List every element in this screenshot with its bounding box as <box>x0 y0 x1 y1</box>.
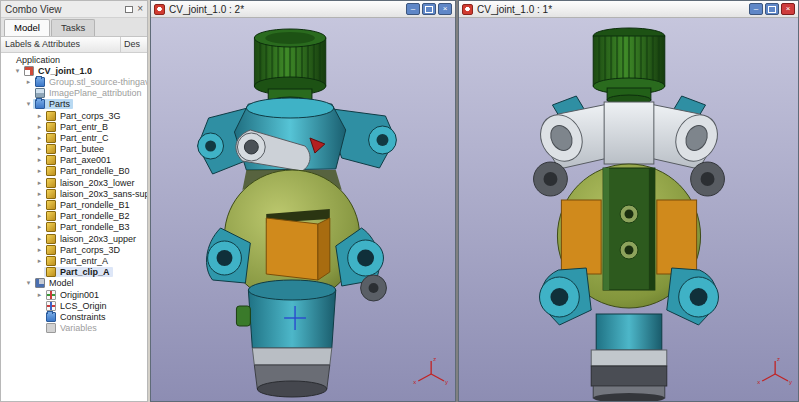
viewport-1-body: z x y <box>459 18 798 401</box>
combo-view-tabs: Model Tasks <box>1 18 147 37</box>
tree-item-Model[interactable]: ▾Model <box>1 278 147 289</box>
part-icon <box>46 133 56 143</box>
tree-item-label: Part_rondelle_B1 <box>59 200 131 210</box>
tree-item-label: Group.stl_source-thingaverse <box>48 77 147 87</box>
tree-item-Part_rondelle_B3[interactable]: ▸Part_rondelle_B3 <box>1 222 147 233</box>
tree-item-Origin001[interactable]: ▸Origin001 <box>1 289 147 300</box>
freecad-main-window: Combo View × Model Tasks Labels & Attrib… <box>0 0 799 402</box>
tree-item-Application[interactable]: Application <box>1 54 147 65</box>
part-icon <box>46 245 56 255</box>
folder-icon <box>35 99 45 109</box>
chevron-right-icon[interactable]: ▸ <box>35 167 44 175</box>
chevron-right-icon[interactable]: ▸ <box>35 112 44 120</box>
maximize-button[interactable] <box>422 3 436 15</box>
tree-item-Part_rondelle_B2[interactable]: ▸Part_rondelle_B2 <box>1 211 147 222</box>
part-icon <box>46 122 56 132</box>
viewport-1-titlebar[interactable]: CV_joint_1.0 : 1* – × <box>459 1 798 18</box>
minimize-button[interactable]: – <box>749 3 763 15</box>
lcs-icon <box>46 301 56 311</box>
tree-item-laison_20x3_upper[interactable]: ▸laison_20x3_upper <box>1 233 147 244</box>
tree-item-laison_20x3_sans-support[interactable]: ▸laison_20x3_sans-support <box>1 188 147 199</box>
chevron-right-icon[interactable]: ▸ <box>35 257 44 265</box>
window-buttons: – × <box>406 3 452 15</box>
mdi-area: CV_joint_1.0 : 2* – × <box>150 0 799 402</box>
tree-item-Part_rondelle_B0[interactable]: ▸Part_rondelle_B0 <box>1 166 147 177</box>
chevron-right-icon[interactable]: ▸ <box>35 246 44 254</box>
viewport-2-titlebar[interactable]: CV_joint_1.0 : 2* – × <box>151 1 455 18</box>
folder-icon <box>46 312 56 322</box>
tree-item-laison_20x3_lower[interactable]: ▸laison_20x3_lower <box>1 177 147 188</box>
tree-item-Part_clip_A[interactable]: Part_clip_A <box>1 267 147 278</box>
freecad-doc-icon <box>154 4 165 15</box>
viewport-2-title: CV_joint_1.0 : 2* <box>169 4 402 15</box>
svg-text:z: z <box>433 356 436 362</box>
minimize-button[interactable]: – <box>406 3 420 15</box>
column-labels-attributes: Labels & Attributes <box>1 37 121 52</box>
maximize-button[interactable] <box>765 3 779 15</box>
part-icon <box>46 256 56 266</box>
iso-model <box>198 29 397 397</box>
doc-icon <box>24 66 34 76</box>
part-icon <box>46 111 56 121</box>
chevron-right-icon[interactable]: ▸ <box>35 190 44 198</box>
tree-item-Part_entr_B[interactable]: ▸Part_entr_B <box>1 121 147 132</box>
undock-icon[interactable] <box>125 6 133 13</box>
chevron-right-icon[interactable]: ▸ <box>35 156 44 164</box>
tree-item-Group.stl_source-thingaverse[interactable]: ▸Group.stl_source-thingaverse <box>1 76 147 87</box>
chevron-right-icon[interactable]: ▸ <box>35 201 44 209</box>
3d-viewport-canvas-iso[interactable]: z x y <box>151 18 455 401</box>
tree-item-label: CV_joint_1.0 <box>37 66 93 76</box>
part-icon <box>46 211 56 221</box>
part-icon <box>46 200 56 210</box>
tree-item-Variables[interactable]: Variables <box>1 323 147 334</box>
close-icon[interactable]: × <box>137 4 143 14</box>
chevron-down-icon[interactable]: ▾ <box>24 279 33 287</box>
chevron-right-icon[interactable]: ▸ <box>35 212 44 220</box>
tree-item-Part_corps_3G[interactable]: ▸Part_corps_3G <box>1 110 147 121</box>
tree-item-label: Variables <box>59 323 98 333</box>
chevron-right-icon[interactable]: ▸ <box>35 235 44 243</box>
tree-item-Part_axe001[interactable]: ▸Part_axe001 <box>1 155 147 166</box>
3d-viewport-canvas-front[interactable]: z x y <box>459 18 798 401</box>
chevron-down-icon[interactable]: ▾ <box>24 100 33 108</box>
tree-item-label: laison_20x3_upper <box>59 234 137 244</box>
chevron-right-icon[interactable]: ▸ <box>35 123 44 131</box>
tree-item-label: laison_20x3_lower <box>59 178 136 188</box>
window-buttons: – × <box>749 3 795 15</box>
tree-item-label: Part_butee <box>59 144 105 154</box>
viewport-1-title: CV_joint_1.0 : 1* <box>477 4 745 15</box>
tree-item-label: Application <box>15 55 61 65</box>
panel-title: Combo View <box>5 4 62 15</box>
tree-item-Part_butee[interactable]: ▸Part_butee <box>1 144 147 155</box>
tree-item-Part_rondelle_B1[interactable]: ▸Part_rondelle_B1 <box>1 199 147 210</box>
tree-item-CV_joint_1.0[interactable]: ▾CV_joint_1.0 <box>1 65 147 76</box>
tree-item-Parts[interactable]: ▾Parts <box>1 99 147 110</box>
tree-item-LCS_Origin[interactable]: LCS_Origin <box>1 300 147 311</box>
front-model <box>533 28 726 401</box>
chevron-right-icon[interactable]: ▸ <box>35 134 44 142</box>
tree-item-Part_entr_A[interactable]: ▸Part_entr_A <box>1 255 147 266</box>
tree-item-Part_corps_3D[interactable]: ▸Part_corps_3D <box>1 244 147 255</box>
chevron-right-icon[interactable]: ▸ <box>35 223 44 231</box>
tab-model[interactable]: Model <box>4 19 50 36</box>
close-button[interactable]: × <box>781 3 795 15</box>
chevron-right-icon[interactable]: ▸ <box>35 145 44 153</box>
tree-item-label: ImagePlane_attribution <box>48 88 143 98</box>
chevron-right-icon[interactable]: ▸ <box>35 291 44 299</box>
axis-triad-icon: z x y <box>413 356 448 385</box>
part-icon <box>46 234 56 244</box>
tree-item-Part_entr_C[interactable]: ▸Part_entr_C <box>1 132 147 143</box>
tree-item-label: Origin001 <box>59 290 100 300</box>
tree-item-ImagePlane_attribution[interactable]: ImagePlane_attribution <box>1 88 147 99</box>
chevron-right-icon[interactable]: ▸ <box>35 179 44 187</box>
combo-view-titlebar: Combo View × <box>1 1 147 18</box>
tree-item-label: Part_corps_3D <box>59 245 121 255</box>
tree-item-label: Parts <box>48 99 71 109</box>
part-icon <box>46 166 56 176</box>
chevron-down-icon[interactable]: ▾ <box>13 67 22 75</box>
close-button[interactable]: × <box>438 3 452 15</box>
tab-tasks[interactable]: Tasks <box>51 19 95 36</box>
viewport-window-2: CV_joint_1.0 : 2* – × <box>150 0 456 402</box>
chevron-right-icon[interactable]: ▸ <box>24 78 33 86</box>
tree-item-Constraints[interactable]: Constraints <box>1 311 147 322</box>
